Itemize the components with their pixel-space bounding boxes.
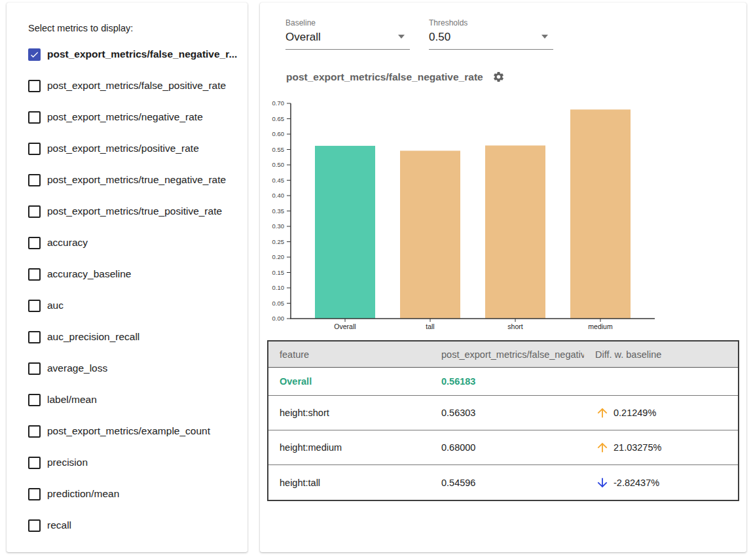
checkbox[interactable] (28, 425, 41, 438)
chevron-down-icon[interactable] (541, 35, 548, 39)
y-tick-label: 0.30 (272, 222, 285, 230)
metric-option-post-export-metrics-false-negative-r[interactable]: post_export_metrics/false_negative_r... (28, 47, 237, 61)
checkbox[interactable] (28, 80, 41, 92)
y-tick-label: 0.15 (272, 269, 285, 276)
checkbox[interactable] (28, 394, 41, 406)
metric-option-label-mean[interactable]: label/mean (28, 393, 97, 407)
feature-cell: Overall (268, 376, 430, 387)
x-tick-label: tall (426, 323, 434, 330)
x-tick-label: medium (588, 323, 613, 330)
checkbox[interactable] (28, 205, 41, 218)
checkbox[interactable] (28, 237, 41, 249)
metric-label: recall (47, 519, 71, 531)
column-header-feature: feature (268, 349, 430, 360)
metric-label: auc (47, 300, 64, 311)
table-row-height-tall: height:tall0.54596-2.82437% (268, 465, 738, 500)
metric-option-post-export-metrics-false-positive-rate[interactable]: post_export_metrics/false_positive_rate (28, 79, 226, 93)
diff-cell: 0.21249% (584, 406, 738, 420)
metric-option-accuracy-baseline[interactable]: accuracy_baseline (28, 267, 131, 281)
metric-option-average-loss[interactable]: average_loss (28, 361, 107, 376)
up-arrow-icon (595, 406, 610, 420)
value-cell: 0.68000 (430, 442, 584, 453)
diff-cell: -2.82437% (584, 476, 738, 490)
chevron-down-icon[interactable] (398, 35, 405, 39)
checkbox[interactable] (28, 48, 41, 61)
table-header: feature post_export_metrics/false_negati… (268, 341, 738, 368)
metric-label: label/mean (47, 394, 97, 406)
checkmark-icon (29, 50, 39, 60)
checkbox[interactable] (28, 457, 41, 469)
table-row-height-short: height:short0.563030.21249% (268, 396, 738, 430)
chart-title: post_export_metrics/false_negative_rate (286, 71, 483, 83)
y-tick-label: 0.00 (272, 315, 285, 322)
column-header-diff: Diff. w. baseline (584, 349, 738, 360)
thresholds-dropdown[interactable]: Thresholds 0.50 (429, 18, 553, 50)
results-panel: Baseline Overall Thresholds 0.50 post_ex… (260, 3, 746, 552)
metric-option-post-export-metrics-true-negative-rate[interactable]: post_export_metrics/true_negative_rate (28, 173, 226, 187)
feature-cell: height:medium (268, 442, 430, 453)
metric-option-post-export-metrics-positive-rate[interactable]: post_export_metrics/positive_rate (28, 141, 199, 156)
value-cell: 0.56183 (430, 376, 584, 387)
value-cell: 0.56303 (430, 408, 584, 418)
metric-label: post_export_metrics/positive_rate (47, 143, 199, 154)
metric-label: post_export_metrics/false_positive_rate (47, 80, 226, 92)
metric-label: accuracy_baseline (47, 268, 131, 280)
thresholds-dropdown-value[interactable]: 0.50 (429, 31, 553, 44)
metric-label: post_export_metrics/true_positive_rate (47, 205, 222, 217)
metrics-panel: Select metrics to display: post_export_m… (7, 3, 247, 552)
x-tick-label: short (507, 323, 522, 330)
bar-Overall[interactable] (315, 146, 375, 319)
metric-option-auc[interactable]: auc (28, 298, 64, 313)
y-tick-label: 0.65 (272, 115, 285, 122)
metric-option-post-export-metrics-negative-rate[interactable]: post_export_metrics/negative_rate (28, 110, 203, 124)
metric-label: average_loss (47, 362, 107, 374)
metric-label: precision (47, 457, 88, 468)
checkbox[interactable] (28, 300, 41, 312)
y-tick-label: 0.20 (272, 253, 285, 260)
metric-label: post_export_metrics/negative_rate (47, 111, 203, 123)
table-row-Overall: Overall0.56183 (268, 368, 738, 396)
checkbox[interactable] (28, 488, 41, 500)
checkbox[interactable] (28, 331, 41, 343)
checkbox[interactable] (28, 519, 41, 532)
feature-cell: height:short (268, 408, 430, 418)
baseline-dropdown-value[interactable]: Overall (285, 31, 410, 44)
value-cell: 0.54596 (430, 478, 584, 488)
metric-option-recall[interactable]: recall (28, 518, 71, 533)
checkbox[interactable] (28, 268, 41, 281)
baseline-dropdown-label: Baseline (285, 18, 410, 27)
down-arrow-icon (595, 476, 610, 490)
baseline-dropdown[interactable]: Baseline Overall (285, 18, 410, 50)
metric-option-prediction-mean[interactable]: prediction/mean (28, 487, 119, 501)
y-tick-label: 0.05 (272, 300, 285, 307)
checkbox[interactable] (28, 174, 41, 186)
checkbox[interactable] (28, 111, 41, 124)
metric-label: post_export_metrics/false_negative_r... (47, 48, 237, 60)
y-tick-label: 0.50 (272, 161, 285, 168)
table-row-height-medium: height:medium0.6800021.03275% (268, 430, 738, 465)
y-tick-label: 0.70 (272, 99, 285, 107)
metric-option-accuracy[interactable]: accuracy (28, 236, 88, 250)
metrics-table: feature post_export_metrics/false_negati… (267, 340, 739, 501)
metric-option-post-export-metrics-example-count[interactable]: post_export_metrics/example_count (28, 424, 210, 438)
feature-cell: height:tall (268, 478, 430, 488)
bar-medium[interactable] (570, 109, 631, 319)
metric-option-auc-precision-recall[interactable]: auc_precision_recall (28, 330, 139, 344)
diff-value: 0.21249% (614, 408, 656, 418)
y-tick-label: 0.55 (272, 146, 285, 153)
bar-short[interactable] (485, 145, 545, 319)
bar-tall[interactable] (400, 150, 460, 319)
up-arrow-icon (595, 440, 610, 455)
gear-icon[interactable] (492, 71, 505, 83)
y-tick-label: 0.25 (272, 238, 285, 245)
checkbox[interactable] (28, 143, 41, 155)
y-tick-label: 0.40 (272, 192, 285, 199)
metric-label: post_export_metrics/example_count (47, 425, 210, 437)
y-tick-label: 0.35 (272, 207, 285, 215)
thresholds-dropdown-label: Thresholds (429, 18, 553, 27)
metric-option-precision[interactable]: precision (28, 455, 88, 470)
checkbox[interactable] (28, 362, 41, 375)
bar-chart: Overalltallshortmedium0.000.050.100.150.… (268, 97, 668, 334)
metric-label: auc_precision_recall (47, 331, 139, 343)
metric-option-post-export-metrics-true-positive-rate[interactable]: post_export_metrics/true_positive_rate (28, 204, 222, 219)
